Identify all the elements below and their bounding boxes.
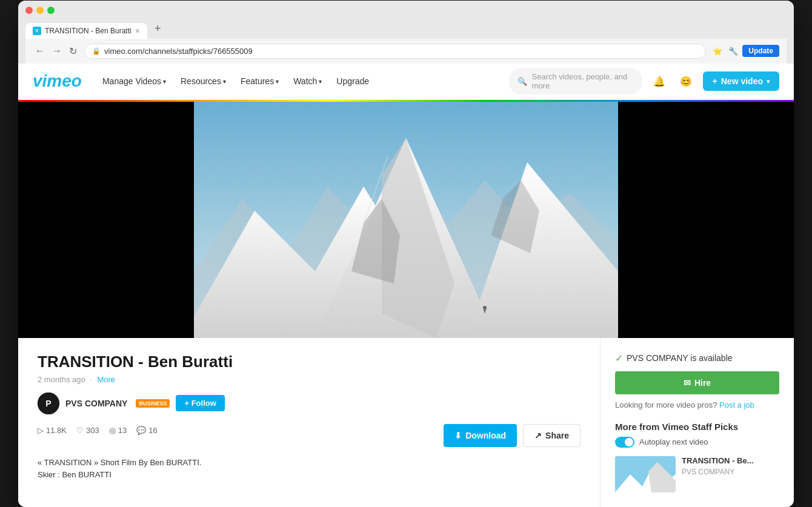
hire-text: Looking for more video pros? Post a job [615,400,779,409]
mountain-svg [194,102,618,338]
more-from-label: More from Vimeo Staff Picks [615,422,779,432]
availability-row: ✓ PVS COMPANY is available [615,353,779,364]
url-field[interactable]: 🔒 vimeo.com/channels/staffpicks/76655500… [84,44,706,59]
chevron-down-icon: ▾ [767,78,770,85]
related-info: TRANSITION - Be... PVS COMPANY [682,456,779,476]
nav-resources-label: Resources [181,76,221,86]
maximize-window-button[interactable] [47,7,55,14]
close-window-button[interactable] [25,7,33,14]
nav-manage-videos-label: Manage Videos [102,76,161,86]
nav-resources[interactable]: Resources ▾ [175,71,232,91]
play-icon: ▷ [38,426,44,435]
url-text: vimeo.com/channels/staffpicks/766555009 [104,47,253,56]
forward-button[interactable]: → [50,44,64,58]
browser-window: V TRANSITION - Ben Buratti × + ← → ↻ 🔒 v… [18,1,794,507]
views-stat: ▷ 11.8K [38,426,67,435]
autoplay-toggle[interactable] [615,437,634,448]
info-main: TRANSITION - Ben Buratti 2 months ago · … [18,338,600,507]
share-icon: ↗ [534,431,542,440]
availability-text: PVS COMPANY is available [627,353,733,363]
nav-manage-videos[interactable]: Manage Videos ▾ [96,71,172,91]
share-label: Share [545,431,569,440]
address-bar: ← → ↻ 🔒 vimeo.com/channels/staffpicks/76… [25,39,787,64]
description-line2: Skier : Ben BURATTI [38,469,581,482]
description: « TRANSITION » Short Film By Ben BURATTI… [38,457,581,482]
related-title: TRANSITION - Be... [682,456,779,465]
notifications-button[interactable]: 🔔 [650,71,669,91]
autoplay-row: Autoplay next video [615,437,779,448]
nav-upgrade[interactable]: Upgrade [330,71,375,91]
tab-favicon: V [33,27,41,35]
follow-button[interactable]: + Follow [176,395,224,411]
tab-close-button[interactable]: × [135,27,140,35]
chevron-down-icon: ▾ [319,78,322,85]
site-nav: vimeo Manage Videos ▾ Resources ▾ Featur… [18,64,794,100]
refresh-button[interactable]: ↻ [67,44,79,58]
search-bar[interactable]: 🔍 Search videos, people, and more [509,68,642,94]
lock-icon: 🔒 [92,47,101,55]
download-label: Download [465,431,506,440]
bookmark-icon[interactable]: ⭐ [711,44,724,58]
new-video-button[interactable]: + New video ▾ [703,71,779,91]
video-thumbnail [194,102,618,338]
new-tab-button[interactable]: + [148,19,167,39]
vimeo-logo[interactable]: vimeo [33,71,82,91]
user-avatar[interactable]: 😊 [676,71,696,91]
channel-name[interactable]: PVS COMPANY [65,399,127,408]
browser-actions: ⭐ 🔧 Update [711,44,779,58]
tab-title: TRANSITION - Ben Buratti [45,27,131,35]
posted-time: 2 months ago [38,375,85,384]
related-video[interactable]: TRANSITION - Be... PVS COMPANY [615,456,779,492]
active-tab[interactable]: V TRANSITION - Ben Buratti × [25,23,147,39]
autoplay-label: Autoplay next video [639,437,708,446]
hire-button[interactable]: ✉ Hire [615,371,779,394]
update-button[interactable]: Update [742,45,779,57]
extension-icon[interactable]: 🔧 [727,44,740,58]
download-button[interactable]: ⬇ Download [444,424,517,447]
comment-icon: 💬 [136,426,146,435]
tab-bar: V TRANSITION - Ben Buratti × + [25,19,787,39]
channel-avatar: P [38,393,59,414]
new-video-label: New video [721,76,763,86]
svg-text:P: P [45,399,51,408]
nav-right: 🔍 Search videos, people, and more 🔔 😊 + … [509,68,779,94]
nav-upgrade-label: Upgrade [336,76,369,86]
info-sidebar: ✓ PVS COMPANY is available ✉ Hire Lookin… [600,338,794,507]
business-badge: BUSINESS [136,399,170,408]
nav-controls: ← → ↻ [33,44,79,58]
hire-subtext: Looking for more video pros? [615,400,717,409]
nav-items: Manage Videos ▾ Resources ▾ Features ▾ W… [96,71,509,91]
video-section[interactable] [18,102,794,338]
post-job-link[interactable]: Post a job [719,400,754,409]
share-button[interactable]: ↗ Share [523,424,581,447]
comments-count: 16 [148,426,157,435]
check-icon: ✓ [615,353,623,364]
comments-stat[interactable]: 💬 16 [136,426,157,435]
hire-label: Hire [694,378,711,388]
traffic-lights [25,7,787,14]
channel-avatar-icon: P [38,393,59,414]
channel-row: P PVS COMPANY BUSINESS + Follow [38,393,581,414]
share-count-icon: ◎ [109,426,116,435]
minimize-window-button[interactable] [36,7,44,14]
stats-row: ▷ 11.8K ♡ 303 ◎ 13 💬 16 [38,426,158,435]
description-line1: « TRANSITION » Short Film By Ben BURATTI… [38,457,581,469]
email-icon: ✉ [684,378,691,388]
chevron-down-icon: ▾ [163,78,166,85]
action-buttons: ⬇ Download ↗ Share [444,424,581,447]
nav-features[interactable]: Features ▾ [235,71,285,91]
related-thumb-svg [615,456,676,492]
browser-chrome: V TRANSITION - Ben Buratti × + ← → ↻ 🔒 v… [18,1,794,64]
more-link[interactable]: More [97,375,115,384]
back-button[interactable]: ← [33,44,47,58]
heart-icon: ♡ [76,426,84,435]
svg-point-10 [483,306,487,310]
related-thumbnail [615,456,676,492]
nav-watch[interactable]: Watch ▾ [287,71,328,91]
plus-icon: + [713,76,717,86]
download-icon: ⬇ [454,431,462,440]
likes-stat[interactable]: ♡ 303 [76,426,99,435]
chevron-down-icon: ▾ [276,78,279,85]
search-icon: 🔍 [517,77,527,86]
likes-count: 303 [86,426,99,435]
